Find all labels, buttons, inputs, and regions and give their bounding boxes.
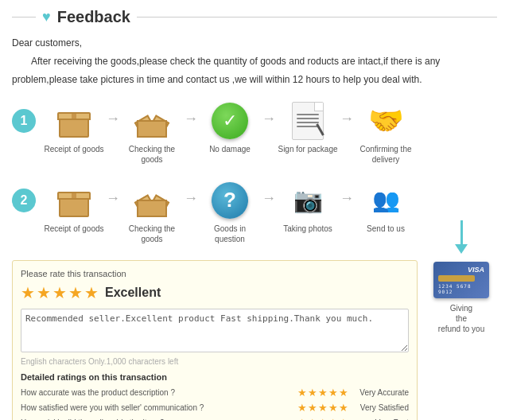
mini-stars-3[interactable]: ★ ★ ★ ★ ★ xyxy=(297,417,348,420)
arrow-1-2: → xyxy=(184,101,198,127)
step-number-2: 2 xyxy=(12,189,36,212)
flow-row-2: 2 Receipt of goods → xyxy=(12,181,418,244)
stars-row: ★ ★ ★ ★ ★ Excellent xyxy=(21,283,409,302)
intro-text: Dear customers, After receiving the good… xyxy=(12,36,497,88)
flow-steps-2: Receipt of goods → Checking the goods → xyxy=(42,181,418,244)
flow-label-nodamage: No damage xyxy=(209,144,251,154)
card-stripe xyxy=(438,275,475,282)
mini-star-1-3[interactable]: ★ xyxy=(318,387,328,399)
flow-label-photos: Taking photos xyxy=(283,224,332,234)
mini-star-2-4[interactable]: ★ xyxy=(328,402,338,414)
mini-star-2-2[interactable]: ★ xyxy=(308,402,317,414)
flow-item-confirm: 🤝 Confirming the delivery xyxy=(354,101,418,165)
flow-label-checking-1: Checking the goods xyxy=(120,144,184,165)
box-icon-1 xyxy=(52,101,96,141)
mini-star-1-1[interactable]: ★ xyxy=(297,387,307,399)
mini-star-2-5[interactable]: ★ xyxy=(339,402,348,414)
question-icon: ? xyxy=(208,181,252,220)
flow-label-checking-2: Checking the goods xyxy=(120,224,184,244)
flow-item-nodamage: ✓ No damage xyxy=(198,101,262,154)
mini-star-3-1[interactable]: ★ xyxy=(297,417,307,420)
flow-label-sign: Sign for package xyxy=(278,144,337,154)
rating-title: Please rate this transaction xyxy=(21,269,409,278)
star-5[interactable]: ★ xyxy=(84,283,99,302)
arrow-2-3: → xyxy=(262,181,276,207)
mini-star-2-3[interactable]: ★ xyxy=(318,402,328,414)
persons-icon: 👥 xyxy=(364,181,408,220)
check-icon: ✓ xyxy=(208,101,252,141)
camera-icon: 📷 xyxy=(286,181,330,220)
rating-text-2: Very Satisfied xyxy=(353,403,409,412)
arrow-2-2: → xyxy=(184,181,198,207)
star-1[interactable]: ★ xyxy=(21,283,35,302)
rating-question-2: How satisfied were you with seller' comm… xyxy=(21,403,293,412)
mini-star-3-2[interactable]: ★ xyxy=(308,417,317,420)
mini-star-3-4[interactable]: ★ xyxy=(328,417,338,420)
header-line-left xyxy=(12,17,36,18)
star-2[interactable]: ★ xyxy=(37,283,51,302)
credit-card-icon: VISA 1234 5678 9012 xyxy=(433,262,489,298)
mini-star-2-1[interactable]: ★ xyxy=(297,402,307,414)
star-rating[interactable]: ★ ★ ★ ★ ★ xyxy=(21,283,99,302)
card-visa-label: VISA xyxy=(438,266,484,274)
flow-item-receipt-2: Receipt of goods xyxy=(42,181,106,234)
arrow-1-1: → xyxy=(106,101,120,127)
flow-row-1: 1 Receipt of goods → Checking the xyxy=(12,101,497,165)
flow-item-receipt-1: Receipt of goods xyxy=(42,101,106,154)
flow-label-question: Goods in question xyxy=(198,224,262,244)
flow-item-sendto: 👥 Send to us xyxy=(354,181,418,234)
down-arrow-line xyxy=(460,220,463,244)
card-number: 1234 5678 9012 xyxy=(438,283,484,294)
arrow-2-1: → xyxy=(106,181,120,207)
heart-icon: ♥ xyxy=(42,9,51,25)
rating-question-1: How accurate was the product description… xyxy=(21,388,293,397)
flow-label-confirm: Confirming the delivery xyxy=(354,144,418,165)
rating-box: Please rate this transaction ★ ★ ★ ★ ★ E… xyxy=(12,260,418,420)
page-title: Feedback xyxy=(57,8,130,26)
flow-item-photos: 📷 Taking photos xyxy=(276,181,340,234)
flow-item-question: ? Goods in question xyxy=(198,181,262,244)
flow-label-receipt-1: Receipt of goods xyxy=(44,144,103,154)
star-4[interactable]: ★ xyxy=(68,283,83,302)
arrow-1-3: → xyxy=(262,101,276,127)
rating-row-1: How accurate was the product description… xyxy=(21,387,409,399)
open-box-icon-1 xyxy=(130,101,174,141)
rating-row-3: How quickly did the seller ship the item… xyxy=(21,417,409,420)
box-icon-2 xyxy=(52,181,96,220)
doc-icon xyxy=(286,101,330,141)
rating-row-2: How satisfied were you with seller' comm… xyxy=(21,402,409,414)
mini-star-1-4[interactable]: ★ xyxy=(328,387,338,399)
mini-star-1-5[interactable]: ★ xyxy=(339,387,348,399)
flow-item-checking-2: Checking the goods xyxy=(120,181,184,244)
flow-label-receipt-2: Receipt of goods xyxy=(44,224,103,234)
review-textarea[interactable]: Recommended seller.Excellent product Fas… xyxy=(21,309,409,352)
mini-stars-2[interactable]: ★ ★ ★ ★ ★ xyxy=(297,402,348,414)
step-number-1: 1 xyxy=(12,109,36,133)
down-arrow-head xyxy=(455,244,468,254)
arrow-2-4: → xyxy=(340,181,354,207)
mini-star-3-3[interactable]: ★ xyxy=(318,417,328,420)
char-count: English characters Only.1,000 characters… xyxy=(21,357,409,366)
flow-label-sendto: Send to us xyxy=(367,224,405,234)
down-arrow xyxy=(455,220,468,254)
flow-item-sign: Sign for package xyxy=(276,101,340,154)
header-line-right xyxy=(137,17,497,18)
flow-item-checking-1: Checking the goods xyxy=(120,101,184,165)
rating-label: Excellent xyxy=(105,286,161,300)
arrow-1-4: → xyxy=(340,101,354,127)
star-3[interactable]: ★ xyxy=(52,283,67,302)
rating-text-1: Very Accurate xyxy=(353,388,409,397)
handshake-icon: 🤝 xyxy=(364,101,408,141)
giving-refund-label: Givingtherefund to you xyxy=(438,303,484,334)
feedback-header: ♥ Feedback xyxy=(12,8,497,26)
mini-star-1-2[interactable]: ★ xyxy=(308,387,317,399)
mini-star-3-5[interactable]: ★ xyxy=(339,417,348,420)
open-box-icon-2 xyxy=(130,181,174,220)
detailed-ratings-title: Detailed ratings on this transaction xyxy=(21,372,409,382)
mini-stars-1[interactable]: ★ ★ ★ ★ ★ xyxy=(297,387,348,399)
flow-steps-1: Receipt of goods → Checking the goods → … xyxy=(42,101,497,165)
